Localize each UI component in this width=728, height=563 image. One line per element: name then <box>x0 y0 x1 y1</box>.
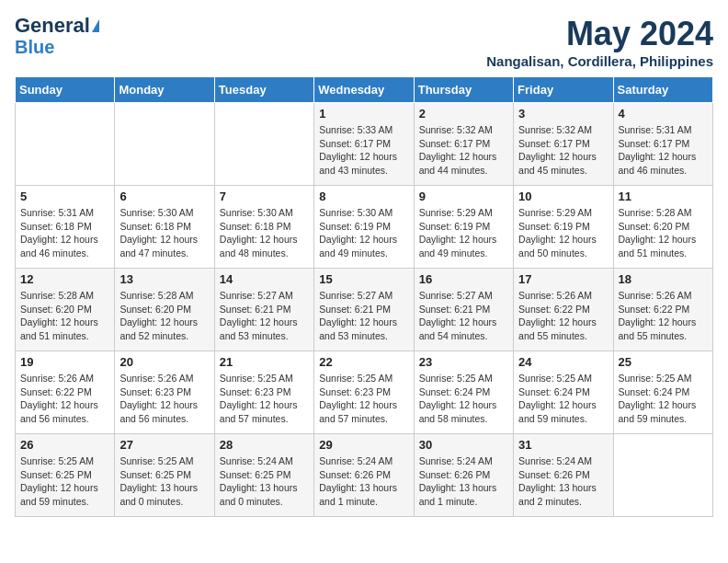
calendar-header-row: SundayMondayTuesdayWednesdayThursdayFrid… <box>16 77 713 103</box>
calendar-cell: 9Sunrise: 5:29 AM Sunset: 6:19 PM Daylig… <box>414 186 513 269</box>
calendar-cell: 28Sunrise: 5:24 AM Sunset: 6:25 PM Dayli… <box>214 434 313 517</box>
calendar-cell: 16Sunrise: 5:27 AM Sunset: 6:21 PM Dayli… <box>414 269 513 351</box>
day-info: Sunrise: 5:25 AM Sunset: 6:24 PM Dayligh… <box>419 372 508 426</box>
day-number: 18 <box>619 272 708 286</box>
calendar-week-0: 1Sunrise: 5:33 AM Sunset: 6:17 PM Daylig… <box>16 103 713 186</box>
day-info: Sunrise: 5:24 AM Sunset: 6:25 PM Dayligh… <box>220 454 309 509</box>
calendar-cell: 2Sunrise: 5:32 AM Sunset: 6:17 PM Daylig… <box>414 103 513 186</box>
calendar-cell: 6Sunrise: 5:30 AM Sunset: 6:18 PM Daylig… <box>115 186 214 269</box>
day-number: 24 <box>518 355 608 369</box>
calendar-week-2: 12Sunrise: 5:28 AM Sunset: 6:20 PM Dayli… <box>16 269 713 351</box>
calendar-cell: 23Sunrise: 5:25 AM Sunset: 6:24 PM Dayli… <box>414 351 513 434</box>
calendar-cell: 7Sunrise: 5:30 AM Sunset: 6:18 PM Daylig… <box>214 186 313 269</box>
day-info: Sunrise: 5:24 AM Sunset: 6:26 PM Dayligh… <box>319 454 408 509</box>
day-info: Sunrise: 5:32 AM Sunset: 6:17 PM Dayligh… <box>419 123 508 178</box>
calendar-cell: 19Sunrise: 5:26 AM Sunset: 6:22 PM Dayli… <box>16 351 115 434</box>
logo-text-blue: Blue <box>15 37 54 57</box>
calendar-cell: 3Sunrise: 5:32 AM Sunset: 6:17 PM Daylig… <box>514 103 613 186</box>
calendar-cell: 30Sunrise: 5:24 AM Sunset: 6:26 PM Dayli… <box>414 434 513 517</box>
calendar-cell <box>16 103 115 186</box>
calendar-cell <box>115 103 214 186</box>
calendar-weekday-monday: Monday <box>115 77 214 103</box>
day-number: 4 <box>619 107 708 121</box>
logo: General Blue <box>15 15 99 57</box>
day-info: Sunrise: 5:24 AM Sunset: 6:26 PM Dayligh… <box>518 454 608 509</box>
page-header: General Blue May 2024 Nangalisan, Cordil… <box>15 15 713 69</box>
calendar-cell: 5Sunrise: 5:31 AM Sunset: 6:18 PM Daylig… <box>16 186 115 269</box>
day-number: 19 <box>20 355 109 369</box>
calendar-cell: 24Sunrise: 5:25 AM Sunset: 6:24 PM Dayli… <box>514 351 613 434</box>
day-info: Sunrise: 5:24 AM Sunset: 6:26 PM Dayligh… <box>419 454 508 509</box>
day-info: Sunrise: 5:28 AM Sunset: 6:20 PM Dayligh… <box>619 206 708 260</box>
day-number: 28 <box>220 438 309 452</box>
day-number: 20 <box>119 355 209 369</box>
day-info: Sunrise: 5:27 AM Sunset: 6:21 PM Dayligh… <box>319 289 408 343</box>
day-number: 8 <box>319 190 408 203</box>
day-number: 6 <box>119 190 209 203</box>
day-number: 9 <box>419 190 508 203</box>
day-info: Sunrise: 5:25 AM Sunset: 6:24 PM Dayligh… <box>619 372 708 426</box>
day-info: Sunrise: 5:25 AM Sunset: 6:23 PM Dayligh… <box>319 372 408 426</box>
calendar-cell: 10Sunrise: 5:29 AM Sunset: 6:19 PM Dayli… <box>514 186 613 269</box>
day-number: 2 <box>419 107 508 121</box>
title-block: May 2024 Nangalisan, Cordillera, Philipp… <box>486 15 713 69</box>
calendar-cell <box>214 103 313 186</box>
calendar-weekday-tuesday: Tuesday <box>214 77 313 103</box>
day-number: 12 <box>20 272 109 286</box>
calendar-cell: 4Sunrise: 5:31 AM Sunset: 6:17 PM Daylig… <box>613 103 712 186</box>
calendar-cell <box>613 434 712 517</box>
calendar-cell: 14Sunrise: 5:27 AM Sunset: 6:21 PM Dayli… <box>214 269 313 351</box>
day-info: Sunrise: 5:31 AM Sunset: 6:18 PM Dayligh… <box>20 206 109 260</box>
calendar-weekday-thursday: Thursday <box>414 77 513 103</box>
month-title: May 2024 <box>486 15 713 53</box>
calendar-cell: 17Sunrise: 5:26 AM Sunset: 6:22 PM Dayli… <box>514 269 613 351</box>
day-number: 15 <box>319 272 408 286</box>
day-number: 21 <box>220 355 309 369</box>
calendar-cell: 27Sunrise: 5:25 AM Sunset: 6:25 PM Dayli… <box>115 434 214 517</box>
day-info: Sunrise: 5:27 AM Sunset: 6:21 PM Dayligh… <box>419 289 508 343</box>
day-number: 7 <box>220 190 309 203</box>
calendar-cell: 29Sunrise: 5:24 AM Sunset: 6:26 PM Dayli… <box>314 434 414 517</box>
calendar-cell: 18Sunrise: 5:26 AM Sunset: 6:22 PM Dayli… <box>613 269 712 351</box>
calendar-cell: 26Sunrise: 5:25 AM Sunset: 6:25 PM Dayli… <box>16 434 115 517</box>
calendar-cell: 15Sunrise: 5:27 AM Sunset: 6:21 PM Dayli… <box>314 269 414 351</box>
calendar-weekday-wednesday: Wednesday <box>314 77 414 103</box>
day-info: Sunrise: 5:28 AM Sunset: 6:20 PM Dayligh… <box>20 289 109 343</box>
day-info: Sunrise: 5:25 AM Sunset: 6:24 PM Dayligh… <box>518 372 608 426</box>
day-number: 10 <box>518 190 608 203</box>
calendar-weekday-saturday: Saturday <box>613 77 712 103</box>
calendar-cell: 8Sunrise: 5:30 AM Sunset: 6:19 PM Daylig… <box>314 186 414 269</box>
calendar-cell: 13Sunrise: 5:28 AM Sunset: 6:20 PM Dayli… <box>115 269 214 351</box>
calendar-cell: 1Sunrise: 5:33 AM Sunset: 6:17 PM Daylig… <box>314 103 414 186</box>
day-number: 23 <box>419 355 508 369</box>
calendar-cell: 21Sunrise: 5:25 AM Sunset: 6:23 PM Dayli… <box>214 351 313 434</box>
day-info: Sunrise: 5:29 AM Sunset: 6:19 PM Dayligh… <box>419 206 508 260</box>
logo-triangle-icon <box>92 19 99 32</box>
day-info: Sunrise: 5:30 AM Sunset: 6:19 PM Dayligh… <box>319 206 408 260</box>
calendar-cell: 31Sunrise: 5:24 AM Sunset: 6:26 PM Dayli… <box>514 434 613 517</box>
calendar-week-3: 19Sunrise: 5:26 AM Sunset: 6:22 PM Dayli… <box>16 351 713 434</box>
day-number: 29 <box>319 438 408 452</box>
day-number: 3 <box>518 107 608 121</box>
day-number: 31 <box>518 438 608 452</box>
calendar-cell: 20Sunrise: 5:26 AM Sunset: 6:23 PM Dayli… <box>115 351 214 434</box>
day-number: 26 <box>20 438 109 452</box>
day-info: Sunrise: 5:25 AM Sunset: 6:25 PM Dayligh… <box>119 454 209 509</box>
location: Nangalisan, Cordillera, Philippines <box>486 53 713 69</box>
day-info: Sunrise: 5:30 AM Sunset: 6:18 PM Dayligh… <box>119 206 209 260</box>
logo-text-general: General <box>15 15 90 37</box>
day-info: Sunrise: 5:25 AM Sunset: 6:23 PM Dayligh… <box>220 372 309 426</box>
calendar-cell: 12Sunrise: 5:28 AM Sunset: 6:20 PM Dayli… <box>16 269 115 351</box>
day-info: Sunrise: 5:26 AM Sunset: 6:22 PM Dayligh… <box>20 372 109 426</box>
calendar-table: SundayMondayTuesdayWednesdayThursdayFrid… <box>15 76 713 517</box>
calendar-cell: 22Sunrise: 5:25 AM Sunset: 6:23 PM Dayli… <box>314 351 414 434</box>
day-info: Sunrise: 5:31 AM Sunset: 6:17 PM Dayligh… <box>619 123 708 178</box>
day-info: Sunrise: 5:30 AM Sunset: 6:18 PM Dayligh… <box>220 206 309 260</box>
day-info: Sunrise: 5:26 AM Sunset: 6:23 PM Dayligh… <box>119 372 209 426</box>
day-info: Sunrise: 5:26 AM Sunset: 6:22 PM Dayligh… <box>518 289 608 343</box>
day-number: 5 <box>20 190 109 203</box>
day-number: 22 <box>319 355 408 369</box>
calendar-weekday-friday: Friday <box>514 77 613 103</box>
day-number: 17 <box>518 272 608 286</box>
day-info: Sunrise: 5:26 AM Sunset: 6:22 PM Dayligh… <box>619 289 708 343</box>
